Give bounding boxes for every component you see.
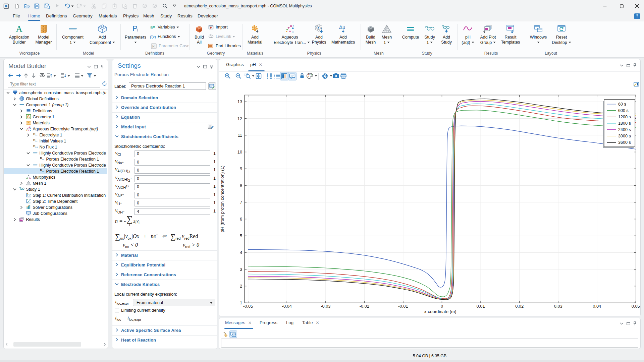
section-header-domain-selection[interactable]: Domain Selection	[112, 93, 217, 102]
message-window-icon[interactable]	[229, 330, 237, 338]
expand-section-icon[interactable]	[116, 338, 118, 342]
ribbon-button-add-material[interactable]: AddMaterial	[239, 23, 271, 45]
copy-icon[interactable]	[102, 3, 107, 9]
section-header-heat-of-reaction[interactable]: Heat of Reaction	[112, 335, 217, 345]
section-header-reference-concentrations[interactable]: Reference Concentrations	[112, 270, 217, 279]
tree-item[interactable]: Materials	[4, 120, 107, 126]
zoom-out-icon[interactable]	[235, 73, 242, 79]
tree-item[interactable]: DPorous Electrode Reaction 1	[4, 168, 107, 174]
clear-messages-icon[interactable]	[223, 331, 228, 337]
close-tab-icon[interactable]: ✕	[259, 62, 262, 67]
undo-icon[interactable]	[64, 3, 70, 9]
tree-item[interactable]: Definitions	[4, 108, 107, 114]
aperture-icon[interactable]	[322, 73, 328, 79]
stoich-coefficient-input[interactable]	[135, 150, 210, 157]
save-to-icon[interactable]	[44, 3, 50, 9]
scrollbar-thumb[interactable]	[13, 342, 81, 347]
cut-icon[interactable]	[91, 3, 97, 9]
dropdown-caret-icon[interactable]	[315, 75, 317, 77]
help-button[interactable]: ?	[634, 13, 640, 19]
panel-collapse-icon[interactable]	[620, 322, 624, 325]
panel-pin-icon[interactable]	[101, 65, 104, 69]
ribbon-button-variables[interactable]: a=Variables	[150, 23, 179, 31]
tree-item[interactable]: Study 1	[4, 186, 107, 192]
close-tab-icon[interactable]: ✕	[316, 320, 319, 325]
printer-icon[interactable]	[340, 73, 347, 79]
disable-node-icon[interactable]	[142, 3, 148, 9]
tree-item[interactable]: Component 1 (comp 1)	[4, 102, 107, 108]
minimize-button[interactable]	[597, 0, 612, 12]
dropdown-caret-icon[interactable]	[67, 75, 70, 77]
dropdown-caret-icon[interactable]	[71, 5, 77, 11]
graphics-tab-graphics[interactable]: Graphics	[226, 62, 244, 67]
messages-tab-log[interactable]: Log	[286, 320, 293, 325]
tree-item[interactable]: Step 1: Current Distribution Initializat…	[4, 192, 107, 198]
colorbar-on-icon[interactable]	[280, 72, 288, 80]
section-header-model-input[interactable]: Model Input	[112, 122, 217, 131]
redo-icon[interactable]	[76, 3, 82, 9]
tree-item[interactable]: DNo Flux 1	[4, 144, 107, 150]
expand-down-icon[interactable]	[61, 73, 66, 78]
zoom-box-icon[interactable]	[244, 73, 251, 79]
tree-expand-icon[interactable]	[20, 109, 23, 113]
refresh-icon[interactable]	[102, 81, 107, 86]
ribbon-button-livelink[interactable]: LiveLink	[208, 33, 235, 40]
tree-item[interactable]: Solver Configurations	[4, 204, 107, 210]
panel-float-icon[interactable]	[94, 65, 98, 68]
tree-item[interactable]: Mesh 1	[4, 180, 107, 186]
open-folder-icon[interactable]	[24, 3, 30, 9]
stoich-coefficient-input[interactable]	[135, 175, 210, 182]
section-header-electrode-kinetics[interactable]: Electrode Kinetics	[112, 280, 217, 289]
scroll-right-icon[interactable]	[103, 342, 107, 347]
tree-expand-icon[interactable]	[13, 218, 16, 221]
expand-section-icon[interactable]	[116, 263, 118, 266]
dropdown-caret-icon[interactable]	[81, 75, 84, 77]
collapse-section-icon[interactable]	[115, 135, 119, 137]
expand-section-icon[interactable]	[116, 273, 118, 276]
tree-collapse-icon[interactable]	[6, 91, 10, 94]
label-input[interactable]	[129, 82, 206, 90]
limiting-current-density-checkbox[interactable]	[115, 308, 119, 312]
zoom-extents-icon[interactable]	[255, 73, 262, 79]
expand-section-icon[interactable]	[116, 105, 118, 109]
tree-item[interactable]: Results	[4, 216, 107, 222]
stoich-coefficient-input[interactable]	[135, 200, 210, 206]
stoich-coefficient-input[interactable]	[135, 183, 210, 190]
ribbon-tab-results[interactable]: Results	[177, 13, 193, 18]
ribbon-button-add-component[interactable]: AddComponent	[86, 23, 118, 45]
panel-float-icon[interactable]	[627, 322, 630, 325]
tree-collapse-icon[interactable]	[26, 164, 30, 167]
run-icon[interactable]	[55, 3, 60, 9]
local-current-density-dropdown[interactable]: From material	[133, 299, 215, 306]
messages-tab-messages[interactable]: Messages✕	[225, 320, 252, 325]
dropdown-caret-icon[interactable]	[83, 5, 89, 11]
ribbon-tab-home[interactable]: Home	[28, 13, 40, 18]
scroll-left-icon[interactable]	[5, 342, 9, 347]
section-header-override-contribution[interactable]: Override and Contribution	[112, 103, 217, 112]
model-input-edit-icon[interactable]	[208, 124, 214, 130]
tree-collapse-icon[interactable]	[20, 127, 23, 130]
filter-funnel-icon[interactable]	[87, 73, 92, 78]
ribbon-tab-physics[interactable]: Physics	[123, 13, 139, 18]
move-up-icon[interactable]	[24, 73, 28, 78]
move-down-icon[interactable]	[32, 73, 36, 78]
ribbon-button-part-libraries[interactable]: Part Libraries	[208, 42, 241, 50]
tree-collapse-icon[interactable]	[26, 152, 30, 155]
ribbon-tab-geometry[interactable]: Geometry	[73, 13, 93, 18]
panel-collapse-icon[interactable]	[87, 66, 91, 68]
new-file-icon[interactable]	[14, 3, 20, 9]
tree-item[interactable]: atmospheric_corrosion_mass_transport.mph…	[4, 89, 107, 96]
filter-text-input[interactable]	[8, 81, 100, 87]
graphics-tab-ph[interactable]: pH✕	[250, 62, 262, 67]
section-header-equilibrium-potential[interactable]: Equilibrium Potential	[112, 260, 217, 269]
expand-section-icon[interactable]	[116, 115, 118, 119]
dropdown-caret-icon[interactable]	[252, 75, 255, 77]
nav-back-icon[interactable]	[8, 73, 13, 78]
expand-section-icon[interactable]	[116, 328, 118, 332]
section-header-stoichiometric-coefficients[interactable]: Stoichiometric Coefficients	[112, 132, 217, 141]
save-icon[interactable]	[34, 3, 40, 9]
ribbon-button-result-templates[interactable]: ResultTemplates	[494, 23, 527, 45]
search-icon[interactable]	[162, 3, 168, 9]
show-eye-icon[interactable]	[39, 73, 45, 78]
stoich-coefficient-input[interactable]	[135, 208, 210, 215]
